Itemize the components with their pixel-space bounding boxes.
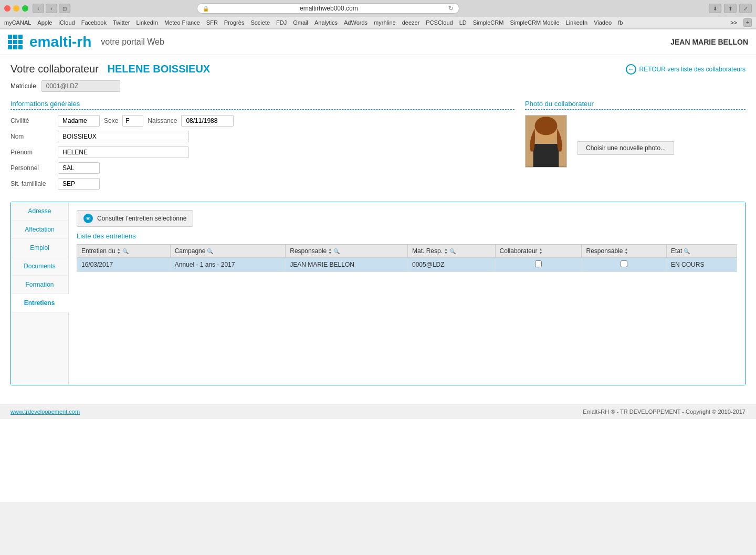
share-icon[interactable]: ⬆: [724, 4, 737, 13]
bookmark-mycanal[interactable]: myCANAL: [4, 19, 31, 26]
bookmarks-more-button[interactable]: >>: [730, 19, 737, 26]
search-etat-icon[interactable]: 🔍: [684, 248, 690, 254]
sort-responsable2-icon[interactable]: ▲▼: [625, 247, 628, 255]
tab-documents[interactable]: Documents: [11, 257, 68, 276]
tab-content-entretiens: 👁 Consulter l'entretien sélectionné List…: [69, 202, 745, 385]
reload-icon[interactable]: ↻: [448, 5, 454, 12]
bookmark-ld[interactable]: LD: [459, 19, 467, 26]
bookmark-meteo[interactable]: Meteo France: [164, 19, 200, 26]
bookmark-twitter[interactable]: Twitter: [113, 19, 130, 26]
bookmark-viadeo[interactable]: Viadeo: [594, 19, 612, 26]
table-header: Entretien du ▲▼ 🔍 Campagne 🔍: [77, 245, 737, 258]
url-bar[interactable]: 🔒 emaltirhweb000.com ↻: [197, 3, 459, 14]
close-dot[interactable]: [4, 5, 10, 12]
bookmark-simplecrm[interactable]: SimpleCRM: [473, 19, 504, 26]
fullscreen-icon[interactable]: ⤢: [739, 4, 752, 13]
personnel-input[interactable]: [58, 162, 100, 174]
browser-titlebar: ‹ › ⊡ 🔒 emaltirhweb000.com ↻ ⬇ ⬆ ⤢: [0, 0, 756, 17]
matricule-row: Matricule: [10, 80, 746, 92]
forward-nav-button[interactable]: ›: [46, 4, 57, 13]
back-button[interactable]: ← RETOUR vers liste des collaborateurs: [626, 64, 746, 75]
info-photo-row: Informations générales Civilité Sexe Nai…: [10, 100, 746, 194]
personnel-row: Personnel: [10, 162, 514, 174]
add-bookmark-button[interactable]: +: [743, 18, 752, 27]
col-campagne-label: Campagne: [175, 247, 206, 255]
bookmark-adwords[interactable]: AdWords: [344, 19, 368, 26]
sort-mat-resp-icon[interactable]: ▲▼: [444, 247, 448, 255]
bookmark-fb[interactable]: fb: [618, 19, 623, 26]
consult-entretien-button[interactable]: 👁 Consulter l'entretien sélectionné: [77, 210, 193, 227]
bookmark-pcscloud[interactable]: PCSCloud: [426, 19, 453, 26]
tabs-sidebar: Adresse Affectation Emploi Documents For…: [11, 202, 69, 385]
col-date-label: Entretien du: [81, 247, 116, 255]
footer-link[interactable]: www.trdeveloppement.com: [10, 409, 80, 415]
bookmark-deezer[interactable]: deezer: [402, 19, 420, 26]
naissance-input[interactable]: [181, 115, 234, 127]
browser-dots: [4, 5, 28, 12]
tab-formation[interactable]: Formation: [11, 276, 68, 294]
nom-row: Nom: [10, 131, 514, 142]
bookmark-sfr[interactable]: SFR: [206, 19, 218, 26]
browser-actions: ⬇ ⬆ ⤢: [709, 4, 752, 13]
sort-responsable-icon[interactable]: ▲▼: [328, 247, 332, 255]
photo-section-title: Photo du collaborateur: [525, 100, 746, 110]
matricule-input[interactable]: [41, 80, 120, 92]
page-title: Votre collaborateur HELENE BOISSIEUX: [10, 63, 210, 75]
page-footer: www.trdeveloppement.com Emalti-RH ® - TR…: [0, 404, 756, 419]
civilite-input[interactable]: [58, 115, 100, 127]
bookmark-progres[interactable]: Progrès: [224, 19, 245, 26]
col-campagne: Campagne 🔍: [170, 245, 286, 258]
search-mat-resp-icon[interactable]: 🔍: [449, 248, 456, 254]
bookmark-analytics[interactable]: Analytics: [314, 19, 338, 26]
responsable-checkbox[interactable]: [621, 260, 627, 267]
window-toggle-button[interactable]: ⊡: [59, 4, 70, 13]
prenom-label: Prénom: [10, 149, 58, 156]
table-body: 16/03/2017 Annuel - 1 ans - 2017 JEAN MA…: [77, 258, 737, 272]
table-row[interactable]: 16/03/2017 Annuel - 1 ans - 2017 JEAN MA…: [77, 258, 737, 272]
bookmark-linkedin[interactable]: LinkedIn: [136, 19, 158, 26]
collaborateur-name: HELENE BOISSIEUX: [108, 63, 211, 75]
prenom-input[interactable]: [58, 146, 189, 158]
bookmark-linkedin2[interactable]: LinkedIn: [566, 19, 588, 26]
bookmark-simplecrm-mobile[interactable]: SimpleCRM Mobile: [510, 19, 559, 26]
bookmark-apple[interactable]: Apple: [37, 19, 52, 26]
tab-entretiens[interactable]: Entretiens: [11, 294, 69, 312]
bookmark-societe[interactable]: Societe: [250, 19, 270, 26]
sexe-input[interactable]: [122, 115, 143, 127]
search-responsable-icon[interactable]: 🔍: [333, 248, 340, 254]
svg-point-3: [535, 117, 558, 135]
civilite-row: Civilité Sexe Naissance: [10, 115, 514, 127]
collaborateur-checkbox[interactable]: [535, 260, 542, 267]
back-arrow-icon: ←: [626, 64, 636, 75]
sort-collaborateur-icon[interactable]: ▲▼: [539, 247, 543, 255]
sit-fam-label: Sit. familliale: [10, 180, 58, 187]
bookmark-gmail[interactable]: Gmail: [293, 19, 308, 26]
minimize-dot[interactable]: [13, 5, 19, 12]
search-campagne-icon[interactable]: 🔍: [207, 248, 213, 254]
app-logo: emalti-rh votre portail Web: [8, 34, 164, 50]
maximize-dot[interactable]: [22, 5, 28, 12]
tab-emploi[interactable]: Emploi: [11, 239, 68, 257]
tab-adresse[interactable]: Adresse: [11, 202, 68, 221]
bookmark-myrhline[interactable]: myrhline: [374, 19, 396, 26]
title-prefix: Votre collaborateur: [10, 63, 99, 75]
search-date-icon[interactable]: 🔍: [122, 248, 129, 254]
bookmark-icloud[interactable]: iCloud: [58, 19, 75, 26]
civilite-inline: Sexe Naissance: [58, 115, 234, 127]
lock-icon: 🔒: [203, 6, 209, 12]
cell-date: 16/03/2017: [77, 258, 171, 272]
bookmark-facebook[interactable]: Facebook: [81, 19, 107, 26]
sort-date-icon[interactable]: ▲▼: [117, 247, 121, 255]
entretiens-table: Entretien du ▲▼ 🔍 Campagne 🔍: [77, 244, 737, 272]
logo-text: emalti-rh: [29, 34, 91, 50]
cell-etat: EN COURS: [667, 258, 737, 272]
back-nav-button[interactable]: ‹: [33, 4, 44, 13]
download-icon[interactable]: ⬇: [709, 4, 721, 13]
sit-fam-input[interactable]: [58, 178, 100, 190]
bookmark-fdj[interactable]: FDJ: [276, 19, 287, 26]
back-button-label: RETOUR vers liste des collaborateurs: [639, 66, 746, 73]
nom-input[interactable]: [58, 131, 189, 142]
tab-affectation[interactable]: Affectation: [11, 221, 68, 239]
choose-photo-button[interactable]: Choisir une nouvelle photo...: [578, 141, 674, 155]
col-mat-resp: Mat. Resp. ▲▼ 🔍: [407, 245, 495, 258]
